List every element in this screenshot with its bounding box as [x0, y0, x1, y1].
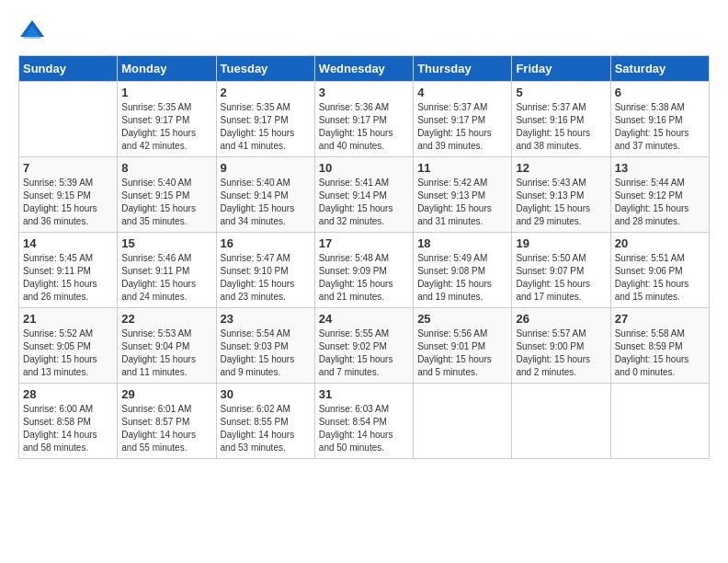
- day-of-week-header: Tuesday: [216, 56, 314, 82]
- daylight-text: Daylight: 14 hours and 55 minutes.: [121, 429, 211, 454]
- calendar-cell: 2 Sunrise: 5:35 AM Sunset: 9:17 PM Dayli…: [216, 82, 314, 157]
- sunset-text: Sunset: 9:14 PM: [319, 190, 409, 202]
- daylight-text: Daylight: 15 hours and 28 minutes.: [615, 202, 705, 228]
- calendar-header-row: SundayMondayTuesdayWednesdayThursdayFrid…: [19, 56, 710, 82]
- calendar-cell: [414, 384, 512, 459]
- daylight-text: Daylight: 15 hours and 9 minutes.: [221, 353, 311, 379]
- calendar-cell: 23 Sunrise: 5:54 AM Sunset: 9:03 PM Dayl…: [216, 308, 314, 384]
- sunrise-text: Sunrise: 5:50 AM: [516, 252, 606, 265]
- day-number: 25: [417, 312, 507, 326]
- calendar-cell: 11 Sunrise: 5:42 AM Sunset: 9:13 PM Dayl…: [414, 157, 512, 233]
- day-number: 15: [121, 236, 211, 250]
- daylight-text: Daylight: 15 hours and 41 minutes.: [221, 127, 311, 153]
- daylight-text: Daylight: 15 hours and 29 minutes.: [516, 202, 606, 228]
- day-number: 14: [23, 236, 113, 250]
- sunset-text: Sunset: 9:13 PM: [516, 190, 606, 202]
- sunset-text: Sunset: 9:14 PM: [221, 190, 311, 202]
- daylight-text: Daylight: 15 hours and 35 minutes.: [121, 202, 211, 228]
- day-number: 18: [417, 236, 507, 250]
- day-number: 28: [23, 387, 113, 401]
- daylight-text: Daylight: 15 hours and 42 minutes.: [121, 127, 211, 153]
- day-of-week-header: Friday: [512, 56, 610, 82]
- calendar-cell: 24 Sunrise: 5:55 AM Sunset: 9:02 PM Dayl…: [314, 308, 413, 384]
- sunset-text: Sunset: 9:09 PM: [319, 265, 409, 278]
- calendar-week-row: 28 Sunrise: 6:00 AM Sunset: 8:58 PM Dayl…: [19, 384, 710, 459]
- sunrise-text: Sunrise: 5:37 AM: [417, 101, 507, 114]
- calendar-cell: 25 Sunrise: 5:56 AM Sunset: 9:01 PM Dayl…: [414, 308, 512, 384]
- daylight-text: Daylight: 15 hours and 2 minutes.: [516, 353, 606, 379]
- calendar-cell: 10 Sunrise: 5:41 AM Sunset: 9:14 PM Dayl…: [314, 157, 413, 233]
- sunrise-text: Sunrise: 5:55 AM: [319, 327, 409, 340]
- sunset-text: Sunset: 9:15 PM: [23, 190, 113, 202]
- day-of-week-header: Wednesday: [314, 56, 413, 82]
- day-info: Sunrise: 5:40 AM Sunset: 9:15 PM Dayligh…: [121, 177, 211, 228]
- day-number: 13: [615, 161, 705, 175]
- day-number: 1: [121, 86, 211, 99]
- sunrise-text: Sunrise: 5:45 AM: [23, 252, 113, 265]
- calendar-week-row: 7 Sunrise: 5:39 AM Sunset: 9:15 PM Dayli…: [19, 157, 710, 233]
- calendar-cell: 8 Sunrise: 5:40 AM Sunset: 9:15 PM Dayli…: [118, 157, 216, 233]
- daylight-text: Daylight: 15 hours and 31 minutes.: [417, 202, 507, 228]
- sunset-text: Sunset: 9:06 PM: [615, 265, 705, 278]
- sunrise-text: Sunrise: 5:54 AM: [221, 327, 311, 340]
- daylight-text: Daylight: 15 hours and 0 minutes.: [615, 353, 705, 379]
- daylight-text: Daylight: 15 hours and 26 minutes.: [23, 278, 113, 304]
- day-number: 27: [615, 312, 705, 326]
- sunrise-text: Sunrise: 6:01 AM: [121, 403, 211, 416]
- calendar-cell: 17 Sunrise: 5:48 AM Sunset: 9:09 PM Dayl…: [314, 233, 413, 308]
- sunrise-text: Sunrise: 6:03 AM: [319, 403, 409, 416]
- calendar-table: SundayMondayTuesdayWednesdayThursdayFrid…: [18, 55, 710, 459]
- day-info: Sunrise: 5:38 AM Sunset: 9:16 PM Dayligh…: [615, 101, 705, 153]
- sunrise-text: Sunrise: 5:41 AM: [319, 177, 409, 190]
- calendar-cell: 21 Sunrise: 5:52 AM Sunset: 9:05 PM Dayl…: [19, 308, 118, 384]
- sunset-text: Sunset: 8:54 PM: [319, 416, 409, 429]
- calendar-cell: 12 Sunrise: 5:43 AM Sunset: 9:13 PM Dayl…: [512, 157, 610, 233]
- day-number: 22: [121, 312, 211, 326]
- sunset-text: Sunset: 9:07 PM: [516, 265, 606, 278]
- sunset-text: Sunset: 9:16 PM: [516, 114, 606, 127]
- daylight-text: Daylight: 15 hours and 40 minutes.: [319, 127, 409, 153]
- day-number: 9: [221, 161, 311, 175]
- daylight-text: Daylight: 15 hours and 34 minutes.: [221, 202, 311, 228]
- calendar-cell: 27 Sunrise: 5:58 AM Sunset: 8:59 PM Dayl…: [610, 308, 709, 384]
- daylight-text: Daylight: 15 hours and 23 minutes.: [221, 278, 311, 304]
- daylight-text: Daylight: 15 hours and 17 minutes.: [516, 278, 606, 304]
- day-number: 6: [615, 86, 705, 99]
- sunrise-text: Sunrise: 5:48 AM: [319, 252, 409, 265]
- day-number: 10: [319, 161, 409, 175]
- sunrise-text: Sunrise: 5:44 AM: [615, 177, 705, 190]
- day-of-week-header: Monday: [118, 56, 216, 82]
- sunset-text: Sunset: 9:11 PM: [23, 265, 113, 278]
- sunset-text: Sunset: 9:17 PM: [221, 114, 311, 127]
- sunset-text: Sunset: 9:16 PM: [615, 114, 705, 127]
- day-number: 20: [615, 236, 705, 250]
- sunrise-text: Sunrise: 5:53 AM: [121, 327, 211, 340]
- sunrise-text: Sunrise: 5:37 AM: [516, 101, 606, 114]
- day-of-week-header: Sunday: [19, 56, 118, 82]
- logo: [18, 18, 50, 46]
- daylight-text: Daylight: 15 hours and 11 minutes.: [121, 353, 211, 379]
- day-info: Sunrise: 5:45 AM Sunset: 9:11 PM Dayligh…: [23, 252, 113, 304]
- sunrise-text: Sunrise: 5:46 AM: [121, 252, 211, 265]
- day-info: Sunrise: 5:58 AM Sunset: 8:59 PM Dayligh…: [615, 327, 705, 379]
- sunrise-text: Sunrise: 5:43 AM: [516, 177, 606, 190]
- sunset-text: Sunset: 8:59 PM: [615, 340, 705, 353]
- day-number: 26: [516, 312, 606, 326]
- day-number: 4: [417, 86, 507, 99]
- day-number: 11: [417, 161, 507, 175]
- daylight-text: Daylight: 15 hours and 7 minutes.: [319, 353, 409, 379]
- day-of-week-header: Thursday: [414, 56, 512, 82]
- calendar-week-row: 21 Sunrise: 5:52 AM Sunset: 9:05 PM Dayl…: [19, 308, 710, 384]
- sunrise-text: Sunrise: 5:42 AM: [417, 177, 507, 190]
- sunrise-text: Sunrise: 5:36 AM: [319, 101, 409, 114]
- sunrise-text: Sunrise: 5:49 AM: [417, 252, 507, 265]
- daylight-text: Daylight: 14 hours and 58 minutes.: [23, 429, 113, 454]
- day-number: 19: [516, 236, 606, 250]
- sunset-text: Sunset: 9:12 PM: [615, 190, 705, 202]
- daylight-text: Daylight: 15 hours and 24 minutes.: [121, 278, 211, 304]
- sunset-text: Sunset: 9:04 PM: [121, 340, 211, 353]
- day-info: Sunrise: 5:51 AM Sunset: 9:06 PM Dayligh…: [615, 252, 705, 304]
- calendar-cell: 1 Sunrise: 5:35 AM Sunset: 9:17 PM Dayli…: [118, 82, 216, 157]
- calendar-cell: [512, 384, 610, 459]
- calendar-cell: 29 Sunrise: 6:01 AM Sunset: 8:57 PM Dayl…: [118, 384, 216, 459]
